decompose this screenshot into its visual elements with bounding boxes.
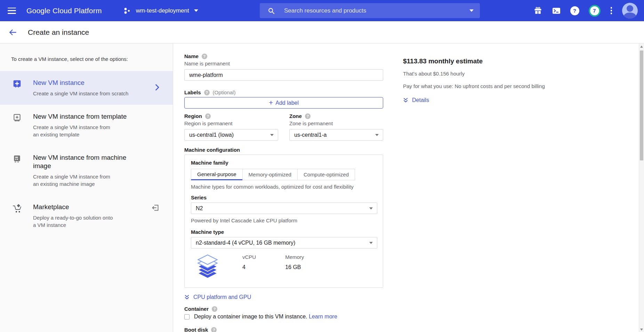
machine-family-label: Machine family [191,160,377,166]
option-subtitle: Create a single VM instance from an exis… [33,173,134,188]
instance-form: Name ? Name is permanent Labels ? (Optio… [173,44,384,332]
marketplace-cart-icon [13,204,22,213]
machine-config-label: Machine configuration [184,147,384,153]
machine-type-select[interactable]: n2-standard-4 (4 vCPU, 16 GB memory) [191,237,377,248]
appbar-actions: ? 7 [533,0,638,21]
layers-icon [196,254,219,283]
chevron-down-icon [194,9,198,12]
open-external-icon [151,204,160,213]
region-help-icon[interactable]: ? [205,113,211,119]
search-placeholder: Search resources and products [284,7,465,14]
machine-type-value: n2-standard-4 (4 vCPU, 16 GB memory) [196,240,295,246]
scrollbar-thumb[interactable] [640,50,643,160]
boot-disk-help-icon[interactable]: ? [211,327,217,332]
project-name: wm-test-deployment [136,7,189,14]
series-select[interactable]: N2 [191,203,377,214]
machine-family-tabs: General-purpose Memory-optimized Compute… [191,169,377,180]
scrollbar-down-arrow[interactable] [640,329,643,331]
series-value: N2 [196,205,203,212]
zone-label: Zone [289,113,302,119]
options-list: New VM instance Create a single VM insta… [0,71,173,236]
estimate-hourly: That's about $0.156 hourly [403,70,628,78]
option-subtitle: Create a single VM instance from an exis… [33,124,127,138]
account-avatar[interactable] [622,3,638,18]
region-value: us-central1 (Iowa) [189,132,234,138]
zone-select[interactable]: us-central1-a [289,129,383,141]
machine-family-description: Machine types for common workloads, opti… [191,183,377,190]
option-title: Marketplace [33,203,113,211]
option-subtitle: Create a single VM instance from scratch [33,90,128,97]
create-options-sidebar: To create a VM instance, select one of t… [0,44,173,332]
tab-compute-optimized[interactable]: Compute-optimized [297,169,355,180]
search-icon [267,7,275,15]
vm-template-icon [13,113,22,122]
region-hint: Region is permanent [184,120,278,127]
page-header: Create an instance [0,21,644,44]
free-trial-gift-icon[interactable] [533,6,542,15]
tab-general-purpose[interactable]: General-purpose [191,169,243,180]
sidebar-option-new-vm-instance[interactable]: New VM instance Create a single VM insta… [0,71,173,105]
container-help-icon[interactable]: ? [212,306,217,312]
chevron-right-icon [155,84,160,92]
zone-value: us-central1-a [294,132,327,138]
name-help-icon[interactable]: ? [202,54,207,59]
container-label: Container [184,306,209,312]
sidebar-option-marketplace[interactable]: Marketplace Deploy a ready-to-go solutio… [0,195,173,236]
name-hint: Name is permanent [184,60,384,67]
tab-memory-optimized[interactable]: Memory-optimized [242,169,298,180]
labels-label-row: Labels ? (Optional) [184,89,384,96]
overflow-menu-icon[interactable] [610,6,613,15]
labels-help-icon[interactable]: ? [204,90,210,95]
expand-double-chevron-icon [403,97,408,103]
region-field: Region ? Region is permanent us-central1… [184,113,278,141]
estimate-details-link[interactable]: Details [403,97,429,103]
instance-name-input[interactable] [184,69,383,81]
region-label: Region [184,113,202,119]
cost-estimate-panel: $113.83 monthly estimate That's about $0… [384,44,639,332]
sidebar-intro-text: To create a VM instance, select one of t… [0,44,173,62]
chevron-down-icon [369,242,373,244]
project-selector[interactable]: wm-test-deployment [123,7,198,15]
page-title: Create an instance [28,28,89,37]
container-row: Deploy a container image to this VM inst… [184,314,384,320]
boot-disk-label-row: Boot disk ? [184,327,384,332]
chevron-down-icon [270,134,274,136]
search-dropdown-caret[interactable] [469,9,474,12]
machine-config-box: Machine family General-purpose Memory-op… [184,155,383,288]
machine-type-label: Machine type [191,229,377,235]
cloud-shell-icon[interactable] [552,6,561,15]
notifications-badge[interactable]: 7 [589,5,601,17]
add-label-button[interactable]: + Add label [184,97,383,109]
help-icon[interactable]: ? [570,6,579,15]
zone-help-icon[interactable]: ? [305,113,311,119]
search-input[interactable]: Search resources and products [260,3,480,18]
estimate-billing-note: Pay for what you use: No upfront costs a… [403,82,628,90]
cpu-platform-gpu-link[interactable]: CPU platform and GPU [184,294,251,300]
container-text: Deploy a container image to this VM inst… [194,314,337,320]
app-bar: Google Cloud Platform wm-test-deployment… [0,0,644,21]
memory-stat: Memory 16 GB [285,254,304,270]
scrollbar-up-arrow[interactable] [640,46,643,48]
page-scrollbar[interactable] [639,44,644,332]
back-arrow-icon[interactable] [8,27,18,38]
hamburger-menu-icon[interactable] [8,8,16,14]
option-title: New VM instance from template [33,112,127,121]
sidebar-option-vm-from-machine-image[interactable]: New VM instance from machine image Creat… [0,146,173,195]
estimate-title: $113.83 monthly estimate [403,57,628,65]
product-logo: Google Cloud Platform [26,7,102,15]
vcpu-stat: vCPU 4 [242,254,256,270]
machine-image-icon [13,154,22,163]
name-label-row: Name ? [184,53,384,60]
sidebar-option-vm-from-template[interactable]: New VM instance from template Create a s… [0,105,173,146]
region-select[interactable]: us-central1 (Iowa) [184,129,278,141]
zone-field: Zone ? Zone is permanent us-central1-a [289,113,383,141]
labels-optional: (Optional) [213,89,236,96]
expand-double-chevron-icon [184,294,190,300]
vm-instance-icon [13,79,22,88]
learn-more-link[interactable]: Learn more [309,314,337,319]
option-title: New VM instance [33,79,128,87]
container-checkbox[interactable] [184,314,190,319]
content: To create a VM instance, select one of t… [0,44,644,332]
chevron-down-icon [369,207,373,210]
option-subtitle: Deploy a ready-to-go solution onto a VM … [33,214,113,229]
